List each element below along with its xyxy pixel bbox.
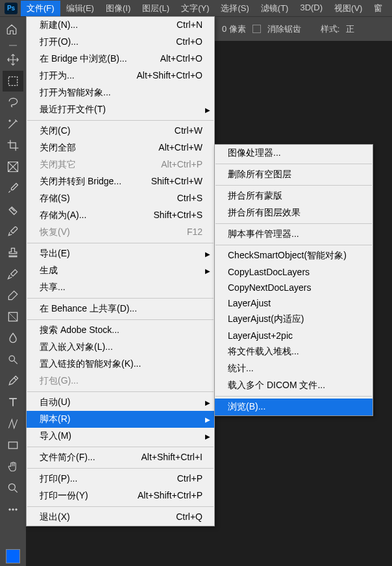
tool-more[interactable] [3,499,23,520]
file-menu: 新建(N)...Ctrl+N打开(O)...Ctrl+O在 Bridge 中浏览… [26,16,215,526]
tool-pen[interactable] [3,371,23,391]
menu-item-shortcut: Shift+Ctrl+S [154,210,202,221]
menu-item-shortcut: Ctrl+S [177,193,202,204]
file-menu-item[interactable]: 共享... [27,279,214,296]
tool-rect[interactable] [3,435,23,456]
menu-2[interactable]: 图像(I) [100,1,136,16]
file-menu-item[interactable]: 打印(P)...Ctrl+P [27,471,214,487]
menu-6[interactable]: 滤镜(T) [255,1,295,16]
file-menu-item[interactable]: 打印一份(Y)Alt+Shift+Ctrl+P [27,487,214,504]
file-menu-item[interactable]: 在 Behance 上共享(D)... [27,301,214,317]
script-menu-item[interactable]: 脚本事件管理器... [215,226,373,243]
menu-5[interactable]: 选择(S) [215,1,254,16]
home-icon[interactable] [3,21,21,38]
app-icon: Ps [1,1,21,16]
script-menu-item[interactable]: 拼合所有图层效果 [215,204,373,221]
separator [27,120,214,121]
file-menu-item[interactable]: 打开为智能对象... [27,84,214,101]
menu-0[interactable]: 文件(F) [21,1,60,16]
tool-gradient[interactable] [3,306,23,327]
menu-3[interactable]: 图层(L) [136,1,175,16]
script-menu-item[interactable]: CheckSmartObject(智能对象) [215,247,373,264]
tool-lasso[interactable] [3,92,23,113]
foreground-color[interactable] [6,549,20,563]
file-menu-item[interactable]: 退出(X)Ctrl+Q [27,509,214,526]
menu-8[interactable]: 视图(V) [328,1,368,16]
tool-wand[interactable] [3,114,23,134]
file-menu-item[interactable]: 关闭(C)Ctrl+W [27,123,214,140]
file-menu-item[interactable]: 存储(S)Ctrl+S [27,190,214,207]
tool-healing[interactable] [3,199,23,220]
menu-item-label: 关闭全部 [40,142,76,154]
tool-path[interactable] [3,413,23,434]
menu-item-shortcut: F12 [187,227,202,238]
file-menu-item[interactable]: 在 Bridge 中浏览(B)...Alt+Ctrl+O [27,51,214,68]
menu-item-label: 存储为(A)... [40,210,86,221]
menu-item-label: 浏览(B)... [228,401,265,413]
tool-frame[interactable] [3,156,23,177]
file-menu-item[interactable]: 生成▶ [27,262,214,279]
svg-point-6 [9,509,11,511]
svg-rect-0 [9,45,17,46]
file-menu-item[interactable]: 导入(M)▶ [27,428,214,445]
file-menu-item[interactable]: 关闭并转到 Bridge...Shift+Ctrl+W [27,173,214,190]
tool-crop[interactable] [3,135,23,156]
tool-hand[interactable] [3,456,23,477]
file-menu-item[interactable]: 打开为...Alt+Shift+Ctrl+O [27,68,214,84]
menu-7[interactable]: 3D(D) [294,1,328,16]
script-menu-item[interactable]: 浏览(B)... [215,399,373,415]
script-menu-item[interactable]: LayerAjust [215,295,373,311]
feather-value: 0 像素 [222,23,246,35]
menu-item-label: 导出(E) [40,248,70,260]
menu-item-shortcut: Ctrl+Q [176,511,202,523]
file-menu-item[interactable]: 搜索 Adobe Stock... [27,322,214,339]
tool-marquee[interactable] [3,71,23,92]
submenu-arrow-icon: ▶ [205,416,210,423]
menu-1[interactable]: 编辑(E) [60,1,100,16]
file-menu-item[interactable]: 置入链接的智能对象(K)... [27,356,214,373]
menu-4[interactable]: 文字(Y) [175,1,215,16]
script-menu-item[interactable]: 统计... [215,360,373,377]
tool-blur[interactable] [3,328,23,349]
script-menu-item[interactable]: 拼合所有蒙版 [215,188,373,204]
file-menu-item[interactable]: 存储为(A)...Shift+Ctrl+S [27,207,214,224]
submenu-arrow-icon: ▶ [205,106,210,114]
menu-item-label: 在 Behance 上共享(D)... [40,303,137,315]
script-menu-item[interactable]: LayerAjust(内适应) [215,311,373,328]
separator [215,245,372,245]
script-menu-item[interactable]: 图像处理器... [215,145,373,162]
menu-item-shortcut: Ctrl+O [176,36,202,48]
tool-eyedrop[interactable] [3,178,23,199]
menu-item-label: 脚本(R) [40,413,70,425]
tool-brush[interactable] [3,221,23,241]
menu-item-shortcut: Alt+Shift+Ctrl+I [141,452,202,463]
file-menu-item[interactable]: 新建(N)...Ctrl+N [27,17,214,34]
script-menu-item[interactable]: LayerAjust+2pic [215,328,373,343]
tool-move[interactable] [3,49,23,70]
file-menu-item[interactable]: 关闭全部Alt+Ctrl+W [27,140,214,156]
file-menu-item[interactable]: 置入嵌入对象(L)... [27,339,214,356]
script-menu-item[interactable]: 载入多个 DICOM 文件... [215,377,373,394]
file-menu-item[interactable]: 脚本(R)▶ [27,411,214,428]
tool-history[interactable] [3,264,23,284]
script-menu-item[interactable]: CopyNextDocLayers [215,280,373,295]
file-menu-item[interactable]: 打开(O)...Ctrl+O [27,34,214,51]
menu-item-shortcut: Alt+Ctrl+O [160,53,202,65]
file-menu-item[interactable]: 自动(U)▶ [27,394,214,411]
menu-item-label: 在 Bridge 中浏览(B)... [40,53,127,65]
tool-zoom[interactable] [3,478,23,498]
script-menu-item[interactable]: CopyLastDocLayers [215,264,373,280]
menu-item-shortcut: Ctrl+P [177,473,202,485]
menu-9[interactable]: 窗 [368,1,388,16]
file-menu-item[interactable]: 导出(E)▶ [27,245,214,262]
antialias-checkbox[interactable] [252,25,261,33]
tool-eraser[interactable] [3,285,23,306]
script-menu-item[interactable]: 将文件载入堆栈... [215,343,373,360]
toolbox-grip[interactable] [1,42,25,49]
tool-stamp[interactable] [3,242,23,263]
file-menu-item[interactable]: 最近打开文件(T)▶ [27,101,214,118]
file-menu-item[interactable]: 文件简介(F)...Alt+Shift+Ctrl+I [27,449,214,466]
tool-type[interactable] [3,392,23,413]
script-menu-item[interactable]: 删除所有空图层 [215,166,373,183]
tool-dodge[interactable] [3,349,23,370]
